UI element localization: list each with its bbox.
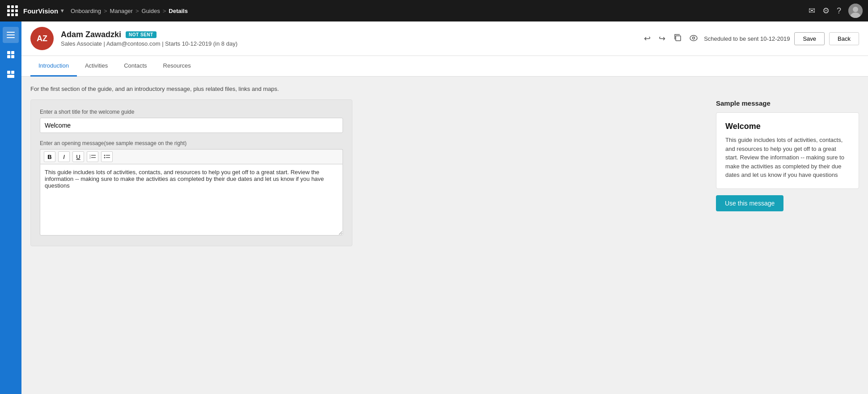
header-actions: ↩ ↪ Scheduled to be sent 10-12-2019 Save xyxy=(642,32,859,46)
sample-panel-title: Sample message xyxy=(716,99,859,107)
unordered-list-button[interactable] xyxy=(101,151,113,162)
breadcrumb-sep-2: > xyxy=(135,8,139,14)
user-avatar[interactable] xyxy=(848,4,863,18)
svg-rect-12 xyxy=(7,75,14,78)
form-panel: Enter a short title for the welcome guid… xyxy=(30,99,352,246)
nav-icons: ✉ ⚙ ? xyxy=(809,4,863,18)
preview-icon[interactable] xyxy=(688,32,699,45)
sample-card: Welcome This guide includes lots of acti… xyxy=(716,112,859,189)
user-name-text: Adam Zawadzki xyxy=(61,30,121,39)
editor-toolbar: B I U 1. 2. xyxy=(40,149,343,164)
svg-rect-7 xyxy=(11,51,14,54)
tabs-bar: Introduction Activities Contacts Resourc… xyxy=(21,56,868,77)
redo-icon[interactable]: ↪ xyxy=(657,32,667,45)
tab-contacts[interactable]: Contacts xyxy=(116,56,155,77)
svg-point-1 xyxy=(853,7,858,12)
ordered-list-button[interactable]: 1. 2. xyxy=(87,151,98,162)
svg-point-14 xyxy=(690,35,697,41)
use-message-button[interactable]: Use this message xyxy=(716,195,783,211)
apps-icon[interactable] xyxy=(5,4,20,18)
settings-icon[interactable]: ⚙ xyxy=(822,6,830,16)
bold-button[interactable]: B xyxy=(44,151,55,162)
sample-card-title: Welcome xyxy=(725,122,850,131)
brand-name: FourVision xyxy=(23,7,58,15)
svg-rect-10 xyxy=(7,71,10,74)
left-sidebar xyxy=(0,21,21,394)
svg-rect-6 xyxy=(7,51,10,54)
svg-rect-4 xyxy=(7,34,15,35)
svg-rect-23 xyxy=(106,157,110,158)
page-content: For the first section of the guide, and … xyxy=(21,77,868,394)
sample-panel: Sample message Welcome This guide includ… xyxy=(716,99,859,246)
svg-point-22 xyxy=(104,157,106,158)
tab-introduction[interactable]: Introduction xyxy=(30,56,77,77)
brand-dropdown-icon[interactable]: ▾ xyxy=(61,8,64,14)
breadcrumb-guides[interactable]: Guides xyxy=(142,8,160,14)
email-icon[interactable]: ✉ xyxy=(809,6,815,16)
svg-rect-13 xyxy=(676,36,681,41)
svg-rect-19 xyxy=(91,157,96,158)
breadcrumb-onboarding[interactable]: Onboarding xyxy=(71,8,101,14)
back-button[interactable]: Back xyxy=(829,32,859,45)
sidebar-icon-list[interactable] xyxy=(3,66,19,82)
svg-point-15 xyxy=(693,37,695,39)
title-field-label: Enter a short title for the welcome guid… xyxy=(40,109,343,115)
svg-point-20 xyxy=(104,155,106,156)
title-input[interactable] xyxy=(40,118,343,133)
svg-rect-5 xyxy=(7,37,15,38)
scheduled-text: Scheduled to be sent 10-12-2019 xyxy=(704,35,790,42)
breadcrumb-sep-3: > xyxy=(163,8,166,14)
svg-rect-3 xyxy=(7,32,15,33)
sidebar-icon-menu[interactable] xyxy=(3,27,19,43)
breadcrumb-details: Details xyxy=(169,8,188,14)
svg-rect-21 xyxy=(106,155,110,156)
right-content: Enter a short title for the welcome guid… xyxy=(30,99,859,246)
breadcrumb: Onboarding > Manager > Guides > Details xyxy=(71,8,809,14)
brand-logo[interactable]: FourVision ▾ xyxy=(23,7,64,15)
underline-button[interactable]: U xyxy=(72,151,84,162)
not-sent-badge: NOT SENT xyxy=(126,31,157,38)
editor-wrapper: This guide includes lots of activities, … xyxy=(40,164,343,237)
svg-rect-11 xyxy=(11,71,14,74)
copy-icon[interactable] xyxy=(672,32,683,46)
avatar-initials: AZ xyxy=(37,34,47,43)
intro-description: For the first section of the guide, and … xyxy=(30,86,859,92)
user-meta: Sales Associate | Adam@contoso.com | Sta… xyxy=(61,40,635,47)
user-info: Adam Zawadzki NOT SENT Sales Associate |… xyxy=(61,30,635,47)
undo-icon[interactable]: ↩ xyxy=(642,32,652,45)
left-form: Enter a short title for the welcome guid… xyxy=(30,99,707,246)
breadcrumb-sep-1: > xyxy=(104,8,107,14)
breadcrumb-manager[interactable]: Manager xyxy=(110,8,133,14)
top-navigation: FourVision ▾ Onboarding > Manager > Guid… xyxy=(0,0,868,21)
tab-resources[interactable]: Resources xyxy=(155,56,199,77)
header-bar: AZ Adam Zawadzki NOT SENT Sales Associat… xyxy=(21,21,868,56)
sample-card-body: This guide includes lots of activities, … xyxy=(725,136,850,180)
svg-rect-9 xyxy=(11,55,14,58)
message-field-label: Enter an opening message(see sample mess… xyxy=(40,140,343,146)
message-editor[interactable]: This guide includes lots of activities, … xyxy=(40,164,343,236)
svg-text:2.: 2. xyxy=(89,156,91,159)
help-icon[interactable]: ? xyxy=(837,6,841,16)
svg-rect-17 xyxy=(91,155,96,156)
tab-activities[interactable]: Activities xyxy=(77,56,116,77)
svg-rect-8 xyxy=(7,55,10,58)
user-avatar-circle: AZ xyxy=(30,27,54,50)
sidebar-icon-grid[interactable] xyxy=(3,47,19,63)
save-button[interactable]: Save xyxy=(794,32,825,45)
italic-button[interactable]: I xyxy=(58,151,70,162)
